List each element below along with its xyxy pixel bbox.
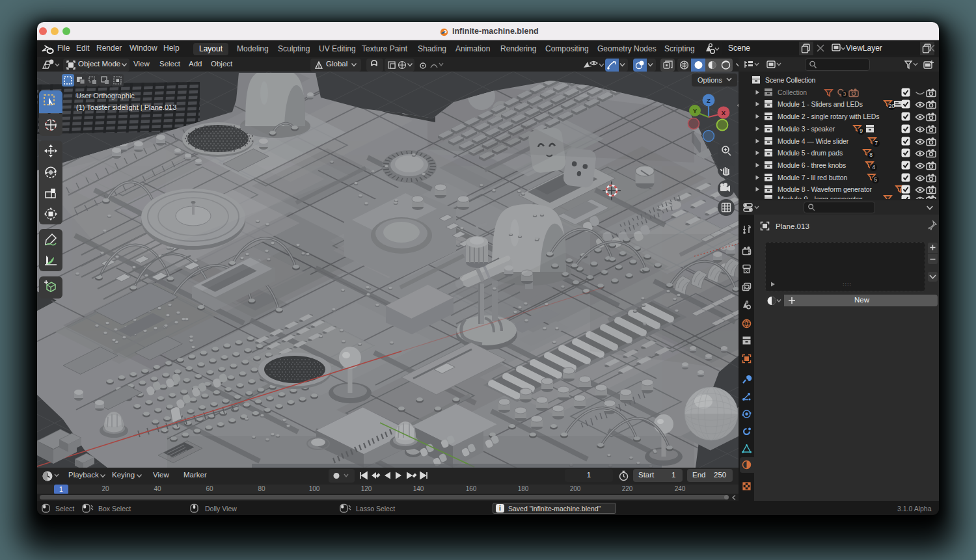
svg-text:Y: Y	[693, 108, 697, 114]
svg-text:Z: Z	[707, 97, 711, 104]
svg-text:Options: Options	[698, 76, 722, 84]
svg-text:(1) Toaster sidelight | Plane.: (1) Toaster sidelight | Plane.013	[76, 103, 176, 111]
svg-text:X: X	[722, 109, 726, 116]
svg-text:User Orthographic: User Orthographic	[76, 92, 135, 100]
